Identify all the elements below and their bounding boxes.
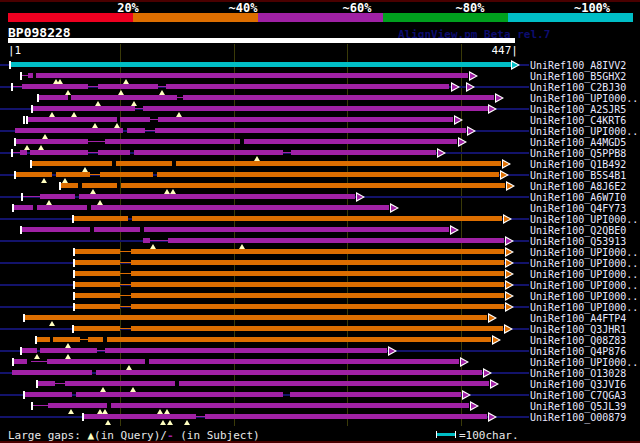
hsp-bar[interactable] [105, 139, 240, 144]
hsp-bar[interactable] [134, 150, 283, 155]
hsp-bar[interactable] [20, 150, 27, 155]
hsp-bar[interactable] [75, 271, 120, 276]
hsp-bar[interactable] [96, 370, 482, 375]
hsp-bar[interactable] [12, 370, 92, 375]
subject-label[interactable]: UniRef100_Q5JL39 [530, 401, 626, 412]
hsp-bar[interactable] [14, 359, 27, 364]
hsp-bar[interactable] [131, 271, 504, 276]
hsp-bar[interactable] [40, 348, 97, 353]
hsp-bar[interactable] [131, 304, 504, 309]
hsp-bar[interactable] [105, 348, 387, 353]
hsp-bar[interactable] [149, 359, 459, 364]
subject-label[interactable]: UniRef100_UPI000.. [530, 258, 638, 269]
hsp-bar[interactable] [107, 337, 491, 342]
hsp-bar[interactable] [74, 216, 128, 221]
hsp-bar[interactable] [76, 392, 283, 397]
subject-label[interactable]: UniRef100_UPI000.. [530, 126, 638, 137]
hsp-bar[interactable] [16, 172, 52, 177]
hsp-bar[interactable] [48, 403, 107, 408]
hsp-bar[interactable] [22, 227, 90, 232]
hsp-bar[interactable] [94, 227, 140, 232]
hsp-bar[interactable] [157, 172, 499, 177]
hsp-bar[interactable] [244, 139, 457, 144]
hsp-bar[interactable] [37, 337, 50, 342]
hsp-bar[interactable] [158, 117, 453, 122]
hsp-bar[interactable] [75, 249, 120, 254]
hsp-bar[interactable] [98, 150, 130, 155]
hsp-bar[interactable] [11, 62, 511, 67]
hsp-bar[interactable] [79, 194, 355, 199]
subject-label[interactable]: UniRef100_UPI000.. [530, 357, 638, 368]
subject-label[interactable]: UniRef100_Q3JHR1 [530, 324, 626, 335]
hsp-bar[interactable] [47, 359, 145, 364]
hsp-bar[interactable] [100, 172, 153, 177]
hsp-bar[interactable] [25, 315, 487, 320]
subject-label[interactable]: UniRef100_Q53913 [530, 236, 626, 247]
hsp-bar[interactable] [22, 348, 37, 353]
hsp-bar[interactable] [37, 205, 87, 210]
hsp-bar[interactable] [183, 95, 494, 100]
hsp-bar[interactable] [74, 326, 120, 331]
hsp-bar[interactable] [131, 282, 504, 287]
hsp-bar[interactable] [131, 249, 504, 254]
subject-label[interactable]: UniRef100_A8J6E2 [530, 181, 626, 192]
subject-label[interactable]: UniRef100_UPI000.. [530, 93, 638, 104]
subject-label[interactable]: UniRef100_A8IVV2 [530, 60, 626, 71]
hsp-bar[interactable] [166, 84, 449, 89]
hsp-bar[interactable] [16, 139, 88, 144]
hsp-bar[interactable] [120, 117, 150, 122]
subject-label[interactable]: UniRef100_UPI000.. [530, 280, 638, 291]
hsp-bar[interactable] [32, 161, 112, 166]
subject-label[interactable]: UniRef100_Q08Z83 [530, 335, 626, 346]
subject-label[interactable]: UniRef100_Q4P876 [530, 346, 626, 357]
hsp-bar[interactable] [75, 304, 120, 309]
hsp-bar[interactable] [88, 337, 103, 342]
hsp-bar[interactable] [36, 73, 468, 78]
subject-label[interactable]: UniRef100_UPI000.. [530, 247, 638, 258]
subject-label[interactable]: UniRef100_A4MGD5 [530, 137, 626, 148]
hsp-bar[interactable] [15, 128, 123, 133]
subject-label[interactable]: UniRef100_Q5PPB8 [530, 148, 626, 159]
hsp-bar[interactable] [132, 216, 502, 221]
subject-label[interactable]: UniRef100_Q4FY73 [530, 203, 626, 214]
hsp-bar[interactable] [56, 172, 90, 177]
subject-label[interactable]: UniRef100_Q2QBE0 [530, 225, 626, 236]
hsp-bar[interactable] [168, 238, 504, 243]
hsp-bar[interactable] [116, 161, 172, 166]
hsp-bar[interactable] [127, 128, 145, 133]
subject-label[interactable]: UniRef100_C2BJ30 [530, 82, 626, 93]
subject-label[interactable]: UniRef100_A2SJR5 [530, 104, 626, 115]
hsp-bar[interactable] [61, 183, 78, 188]
hsp-bar[interactable] [291, 150, 436, 155]
subject-label[interactable]: UniRef100_C7QGA3 [530, 390, 626, 401]
hsp-bar[interactable] [30, 150, 88, 155]
subject-label[interactable]: UniRef100_UPI000.. [530, 291, 638, 302]
hsp-bar[interactable] [91, 205, 389, 210]
hsp-bar[interactable] [82, 183, 117, 188]
hsp-bar[interactable] [98, 84, 158, 89]
hsp-bar[interactable] [40, 194, 75, 199]
hsp-bar[interactable] [131, 293, 504, 298]
hsp-bar[interactable] [71, 95, 177, 100]
hsp-bar[interactable] [144, 227, 449, 232]
subject-label[interactable]: UniRef100_B5GHX2 [530, 71, 626, 82]
hsp-bar[interactable] [53, 337, 80, 342]
hsp-bar[interactable] [121, 183, 505, 188]
subject-label[interactable]: UniRef100_O13028 [530, 368, 626, 379]
hsp-bar[interactable] [179, 381, 489, 386]
hsp-bar[interactable] [290, 392, 461, 397]
hsp-bar[interactable] [143, 238, 150, 243]
hsp-bar[interactable] [84, 414, 196, 419]
hsp-bar[interactable] [143, 106, 488, 111]
hsp-bar[interactable] [131, 260, 504, 265]
subject-label[interactable]: UniRef100_B5S4B1 [530, 170, 626, 181]
hsp-bar[interactable] [33, 106, 135, 111]
hsp-bar[interactable] [25, 392, 72, 397]
hsp-bar[interactable] [75, 260, 120, 265]
subject-label[interactable]: UniRef100_Q3JVI6 [530, 379, 626, 390]
hsp-bar[interactable] [65, 381, 175, 386]
hsp-bar[interactable] [22, 84, 88, 89]
hsp-bar[interactable] [27, 117, 117, 122]
subject-label[interactable]: UniRef100_Q1B492 [530, 159, 626, 170]
subject-label[interactable]: UniRef100_C4KRT6 [530, 115, 626, 126]
